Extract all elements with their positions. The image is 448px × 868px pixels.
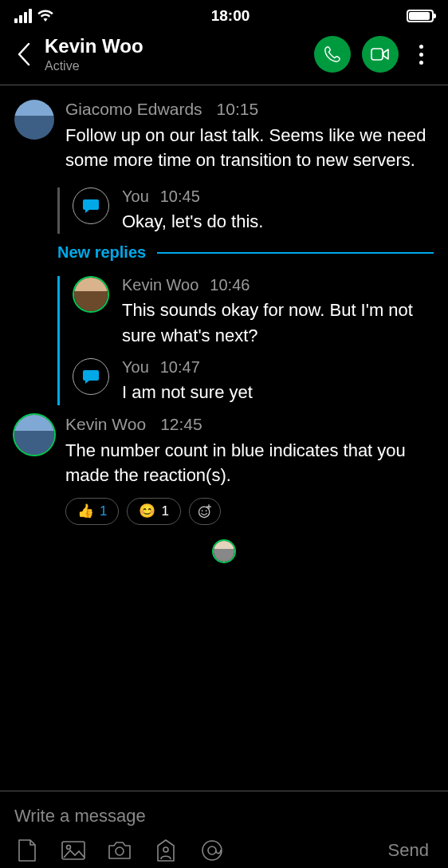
add-reaction-icon <box>197 503 213 519</box>
message-input[interactable]: Write a message <box>14 801 434 838</box>
sender-name: You <box>122 187 149 206</box>
message[interactable]: Kevin Woo 12:45 The number count in blue… <box>14 415 434 525</box>
avatar[interactable] <box>73 358 109 395</box>
phone-icon <box>324 45 341 63</box>
timestamp: 10:47 <box>160 358 200 377</box>
chat-header: Kevin Woo Active <box>0 29 448 85</box>
sender-name: You <box>122 358 149 377</box>
sender-name: Kevin Woo <box>122 276 198 294</box>
reaction-count: 1 <box>100 503 107 519</box>
message[interactable]: Giacomo Edwards 10:15 Follow up on our l… <box>14 100 434 173</box>
svg-rect-0 <box>371 49 383 60</box>
add-reaction-button[interactable] <box>189 498 221 525</box>
svg-point-6 <box>116 847 124 855</box>
signal-icon <box>14 9 32 23</box>
avatar[interactable] <box>14 415 54 455</box>
message-text: The number count in blue indicates that … <box>65 439 434 488</box>
reply-thread: You 10:45 Okay, let's do this. <box>57 187 434 235</box>
file-icon <box>16 838 38 862</box>
speech-bubble-icon <box>81 196 100 215</box>
timestamp: 12:45 <box>160 415 202 434</box>
avatar <box>212 539 236 563</box>
avatar[interactable] <box>14 100 54 140</box>
message-text: Follow up on our last talk. Seems like w… <box>65 124 434 173</box>
more-options-button[interactable] <box>407 36 435 73</box>
status-bar: 18:00 <box>0 0 448 29</box>
message-list[interactable]: Giacomo Edwards 10:15 Follow up on our l… <box>0 85 448 791</box>
svg-point-2 <box>202 510 203 511</box>
svg-point-9 <box>208 846 216 854</box>
reply[interactable]: Kevin Woo 10:46 This sounds okay for now… <box>73 276 434 349</box>
wifi-icon <box>37 10 54 22</box>
read-receipt[interactable] <box>14 539 434 563</box>
svg-point-8 <box>202 841 222 860</box>
reply[interactable]: You 10:45 Okay, let's do this. <box>73 187 434 235</box>
video-icon <box>371 47 390 61</box>
reactions-row: 👍 1 😊 1 <box>65 498 434 525</box>
message-composer: Write a message Send <box>0 791 448 868</box>
clock: 18:00 <box>211 7 250 25</box>
avatar[interactable] <box>73 187 109 224</box>
smile-icon: 😊 <box>139 503 155 519</box>
mention-button[interactable] <box>199 838 225 863</box>
reaction-count: 1 <box>161 503 168 519</box>
attach-file-button[interactable] <box>14 838 40 863</box>
reaction-smile[interactable]: 😊 1 <box>127 498 180 525</box>
svg-point-3 <box>206 510 207 511</box>
timestamp: 10:15 <box>217 100 259 119</box>
new-replies-divider: New replies <box>57 243 434 262</box>
presence-status: Active <box>45 59 303 73</box>
timestamp: 10:45 <box>160 187 200 206</box>
audio-call-button[interactable] <box>314 36 351 73</box>
message-text: I am not sure yet <box>122 380 434 405</box>
send-button[interactable]: Send <box>388 840 434 861</box>
image-icon <box>61 840 86 861</box>
svg-point-7 <box>163 847 168 852</box>
avatar[interactable] <box>73 276 109 313</box>
message-text: Okay, let's do this. <box>122 209 434 235</box>
timestamp: 10:46 <box>210 276 250 294</box>
message-text: This sounds okay for now. But I'm not su… <box>122 298 434 349</box>
at-icon <box>200 838 224 862</box>
contact-icon <box>155 838 177 862</box>
video-call-button[interactable] <box>362 36 399 73</box>
reply-thread-new: Kevin Woo 10:46 This sounds okay for now… <box>57 276 434 405</box>
contact-name[interactable]: Kevin Woo <box>45 35 303 57</box>
camera-icon <box>107 840 132 861</box>
svg-point-1 <box>198 507 209 517</box>
sender-name: Kevin Woo <box>65 415 146 434</box>
svg-point-5 <box>67 846 71 850</box>
speech-bubble-icon <box>81 367 100 386</box>
new-replies-label: New replies <box>57 243 146 262</box>
camera-button[interactable] <box>107 838 132 863</box>
reaction-thumbs-up[interactable]: 👍 1 <box>65 498 119 525</box>
sender-name: Giacomo Edwards <box>65 100 202 119</box>
contact-button[interactable] <box>153 838 179 863</box>
reply[interactable]: You 10:47 I am not sure yet <box>73 358 434 405</box>
back-button[interactable] <box>6 37 41 72</box>
attach-image-button[interactable] <box>61 838 86 863</box>
battery-icon <box>407 10 434 22</box>
thumbs-up-icon: 👍 <box>77 503 94 519</box>
